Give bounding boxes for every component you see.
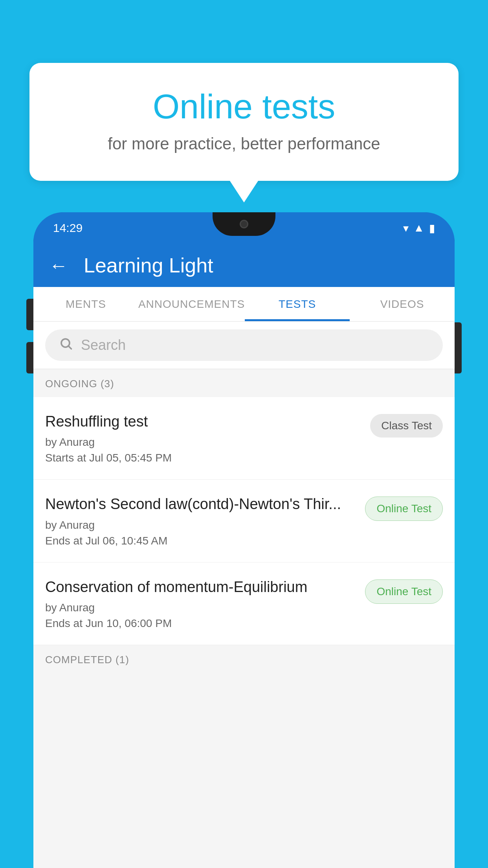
section-header-ongoing: ONGOING (3)	[33, 369, 455, 397]
test-title-1: Reshuffling test	[45, 412, 362, 431]
search-bar[interactable]: Search	[45, 329, 443, 361]
signal-icon: ▲	[413, 222, 424, 234]
bubble-title: Online tests	[61, 86, 427, 127]
test-badge-3: Online Test	[365, 579, 443, 604]
test-item-conservation[interactable]: Conservation of momentum-Equilibrium by …	[33, 563, 455, 645]
front-camera	[240, 220, 248, 228]
search-input[interactable]: Search	[81, 337, 126, 353]
section-label-completed: COMPLETED (1)	[45, 654, 129, 666]
back-button[interactable]: ←	[49, 255, 68, 276]
tab-announcements[interactable]: ANNOUNCEMENTS	[138, 287, 245, 321]
speech-bubble-container: Online tests for more practice, better p…	[29, 63, 459, 181]
power-button	[455, 322, 462, 373]
test-badge-2: Online Test	[365, 497, 443, 521]
test-time-1: Starts at Jul 05, 05:45 PM	[45, 452, 362, 464]
test-title-3: Conservation of momentum-Equilibrium	[45, 577, 357, 597]
wifi-icon: ▾	[403, 222, 409, 235]
volume-up-button	[26, 299, 33, 330]
status-bar: 14:29 ▾ ▲ ▮	[33, 212, 455, 244]
app-bar: ← Learning Light	[33, 244, 455, 287]
test-info-1: Reshuffling test by Anurag Starts at Jul…	[45, 412, 362, 464]
bubble-subtitle: for more practice, better performance	[61, 134, 427, 153]
notch	[213, 212, 275, 236]
search-icon	[59, 337, 73, 354]
speech-bubble: Online tests for more practice, better p…	[29, 63, 459, 181]
status-time: 14:29	[53, 221, 83, 235]
phone-content: Search ONGOING (3) Reshuffling test by A…	[33, 322, 455, 868]
svg-line-1	[69, 346, 72, 349]
test-time-3: Ends at Jun 10, 06:00 PM	[45, 617, 357, 630]
phone-frame: 14:29 ▾ ▲ ▮ ← Learning Light MENTS ANNOU…	[33, 212, 455, 868]
tab-ments[interactable]: MENTS	[33, 287, 138, 321]
test-author-3: by Anurag	[45, 601, 357, 614]
test-author-1: by Anurag	[45, 436, 362, 449]
test-badge-1: Class Test	[370, 414, 443, 438]
section-header-completed: COMPLETED (1)	[33, 645, 455, 673]
search-container: Search	[33, 322, 455, 369]
app-title: Learning Light	[84, 254, 213, 277]
volume-down-button	[26, 342, 33, 373]
tab-tests[interactable]: TESTS	[245, 287, 350, 321]
test-info-2: Newton's Second law(contd)-Newton's Thir…	[45, 495, 357, 547]
test-title-2: Newton's Second law(contd)-Newton's Thir…	[45, 495, 357, 514]
test-item-reshuffling[interactable]: Reshuffling test by Anurag Starts at Jul…	[33, 397, 455, 480]
test-item-newtons[interactable]: Newton's Second law(contd)-Newton's Thir…	[33, 480, 455, 562]
tab-bar: MENTS ANNOUNCEMENTS TESTS VIDEOS	[33, 287, 455, 322]
phone-outer: 14:29 ▾ ▲ ▮ ← Learning Light MENTS ANNOU…	[33, 212, 455, 868]
tab-videos[interactable]: VIDEOS	[350, 287, 455, 321]
test-author-2: by Anurag	[45, 519, 357, 531]
battery-icon: ▮	[429, 222, 435, 235]
test-info-3: Conservation of momentum-Equilibrium by …	[45, 577, 357, 630]
status-icons: ▾ ▲ ▮	[403, 222, 435, 235]
test-list: Reshuffling test by Anurag Starts at Jul…	[33, 397, 455, 645]
section-label-ongoing: ONGOING (3)	[45, 378, 114, 390]
test-time-2: Ends at Jul 06, 10:45 AM	[45, 535, 357, 547]
